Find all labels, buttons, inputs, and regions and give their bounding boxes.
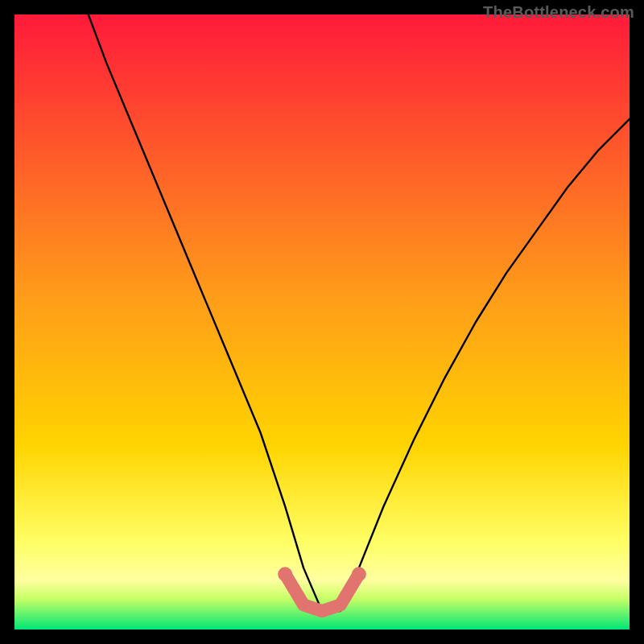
chart-stage: TheBottleneck.com — [0, 0, 644, 644]
watermark: TheBottleneck.com — [483, 3, 634, 22]
minimum-region-dot — [352, 567, 366, 581]
minimum-region-dot — [278, 567, 292, 581]
chart-svg — [0, 0, 644, 644]
plot-background — [14, 14, 630, 630]
